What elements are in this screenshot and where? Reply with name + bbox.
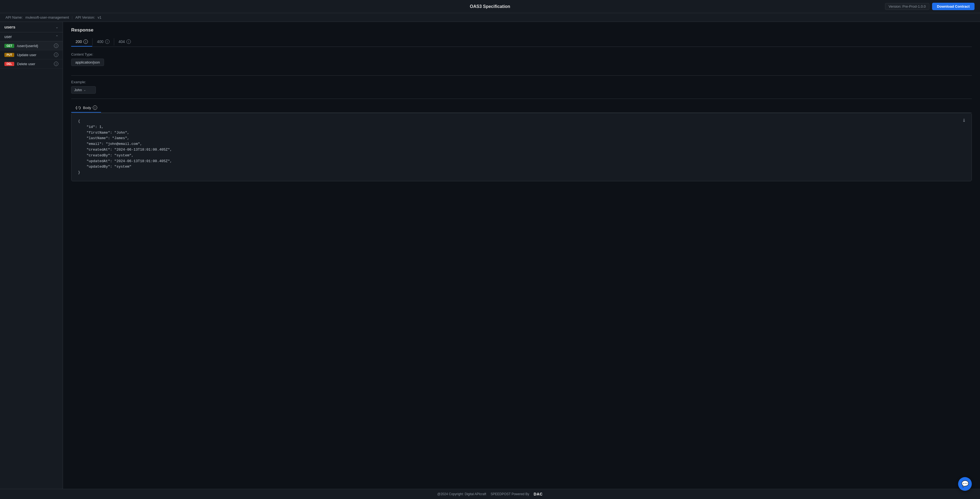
sidebar-item-get-user-path: /user/{userId} <box>17 44 51 48</box>
content-type-value: application/json <box>71 59 104 66</box>
code-block: ⇓ { "id": 1, "firstName": "John", "lastN… <box>71 113 972 181</box>
footer: @2024 Copyright: Digital APIcraft SPEEDP… <box>0 489 980 499</box>
tab-400-info-icon[interactable]: i <box>105 40 110 44</box>
api-info-separator: | <box>72 15 73 19</box>
tab-400-label: 400 <box>97 40 103 44</box>
example-dropdown-value: John <box>74 88 82 92</box>
body-tab[interactable]: ❬/❭ Body i <box>71 103 101 113</box>
response-title: Response <box>71 27 972 33</box>
content-area: Response 200 i 400 i 404 i Content Type:… <box>63 22 980 489</box>
section-divider-1 <box>71 75 972 76</box>
info-icon-del[interactable]: i <box>54 62 58 66</box>
sidebar-user-label: user <box>5 35 12 39</box>
tab-200[interactable]: 200 i <box>71 37 92 46</box>
chat-icon: 💬 <box>961 480 969 488</box>
example-dropdown[interactable]: John ⌄ <box>71 86 96 94</box>
tab-404[interactable]: 404 i <box>114 37 135 46</box>
chevron-up-icon: ⌃ <box>56 35 58 38</box>
info-icon-get[interactable]: i <box>54 43 58 48</box>
sidebar-item-get-user[interactable]: GET /user/{userId} i <box>0 41 63 50</box>
code-icon: ❬/❭ <box>75 106 81 110</box>
api-info-bar: API Name: mulesoft-user-management | API… <box>0 13 980 22</box>
version-badge: Version: Pre-Prod-1.0.0 <box>885 3 929 10</box>
dropdown-arrow-icon: ⌄ <box>83 88 86 92</box>
response-tabs: 200 i 400 i 404 i <box>71 37 972 47</box>
chat-bubble[interactable]: 💬 <box>958 477 972 491</box>
chevron-down-icon: ⌄ <box>56 25 58 29</box>
footer-brand: DAC <box>533 492 542 496</box>
main-layout: users ⌄ user ⌃ GET /user/{userId} i PUT … <box>0 22 980 489</box>
method-put-badge: PUT <box>5 53 14 57</box>
page-title: OAS3 Specification <box>470 4 510 9</box>
body-tab-label: Body <box>83 106 91 110</box>
sidebar-item-del-user[interactable]: DEL Delete user i <box>0 59 63 69</box>
method-del-badge: DEL <box>5 62 14 66</box>
body-tab-info-icon[interactable]: i <box>93 105 97 110</box>
sidebar-item-del-user-label: Delete user <box>17 62 51 66</box>
footer-powered-by: SPEEDPOST Powered By <box>490 492 529 496</box>
tab-400[interactable]: 400 i <box>92 37 114 46</box>
sidebar-item-put-user-label: Update user <box>17 53 51 57</box>
content-type-label: Content Type: <box>71 52 972 56</box>
example-label: Example: <box>71 80 972 84</box>
info-icon-put[interactable]: i <box>54 53 58 57</box>
sidebar-user-subsection-header[interactable]: user ⌃ <box>0 32 63 41</box>
header-actions: Version: Pre-Prod-1.0.0 Download Contrac… <box>885 3 975 10</box>
sidebar-users-header[interactable]: users ⌄ <box>0 22 63 32</box>
tab-200-label: 200 <box>76 40 82 44</box>
body-tab-row: ❬/❭ Body i <box>71 103 972 113</box>
sidebar-users-label: users <box>5 25 15 29</box>
api-name-value: mulesoft-user-management <box>25 15 69 19</box>
app-header: OAS3 Specification Version: Pre-Prod-1.0… <box>0 0 980 13</box>
code-content: { "id": 1, "firstName": "John", "lastNam… <box>78 119 965 175</box>
method-get-badge: GET <box>5 44 14 48</box>
api-version-value: v1 <box>98 15 102 19</box>
sidebar: users ⌄ user ⌃ GET /user/{userId} i PUT … <box>0 22 63 489</box>
code-download-icon[interactable]: ⇓ <box>960 116 968 124</box>
api-name-label: API Name: <box>5 15 23 19</box>
footer-copyright: @2024 Copyright: Digital APIcraft <box>437 492 486 496</box>
example-row: John ⌄ <box>71 86 972 94</box>
tab-200-info-icon[interactable]: i <box>83 40 88 44</box>
tab-404-info-icon[interactable]: i <box>126 40 131 44</box>
download-contract-button[interactable]: Download Contract <box>932 3 975 10</box>
sidebar-item-put-user[interactable]: PUT Update user i <box>0 50 63 59</box>
section-divider-2 <box>71 99 972 99</box>
tab-404-label: 404 <box>119 40 125 44</box>
api-version-label: API Version: <box>75 15 95 19</box>
